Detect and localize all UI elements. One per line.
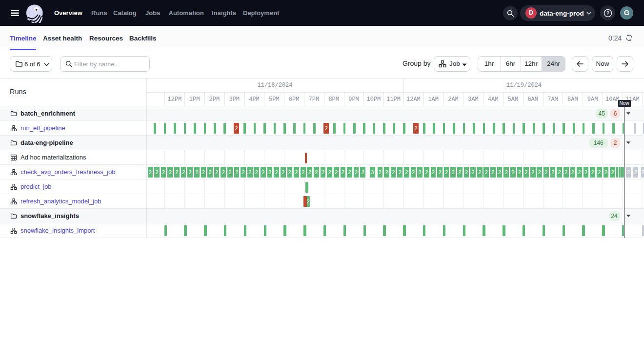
svg-text:?: ?	[606, 10, 609, 16]
